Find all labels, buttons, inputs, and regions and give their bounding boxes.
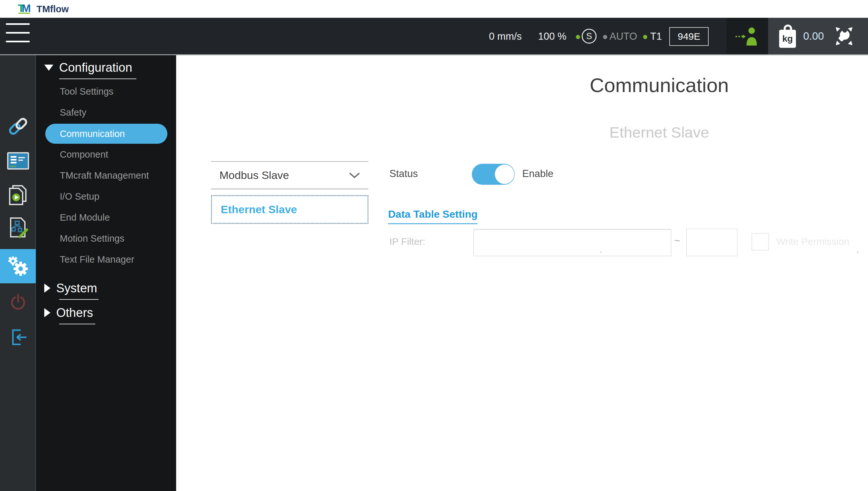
project-code-badge: 949E [669, 27, 709, 46]
menu-item-motion-settings[interactable]: Motion Settings [36, 228, 176, 249]
tmflow-logo: T M TMflow [18, 3, 69, 16]
menu-item-io-setup[interactable]: I/O Setup [36, 186, 176, 207]
menu-item-tmcraft-management[interactable]: TMcraft Management [36, 165, 176, 186]
speed-status-dot [576, 35, 580, 39]
user-login-icon [735, 26, 760, 46]
speed-mode-icon: S [582, 29, 596, 44]
ip-octet-1[interactable] [474, 229, 600, 255]
ethernet-slave-button[interactable]: Ethernet Slave [211, 195, 368, 224]
mode-status-dot [603, 35, 607, 39]
write-permission-checkbox[interactable] [751, 233, 769, 251]
page-title: Communication [546, 74, 772, 96]
ip-dot-separator: . [857, 245, 859, 255]
flowchart-edit-icon[interactable] [0, 215, 36, 240]
ip-filter-start-input[interactable]: . . . [473, 229, 671, 256]
freedrive-tool-icon[interactable] [831, 23, 857, 49]
robot-speed: 0 mm/s [489, 31, 522, 42]
hamburger-menu-icon[interactable] [6, 23, 30, 47]
status-label: Status [389, 168, 418, 180]
write-permission-label: Write Permission [776, 236, 849, 247]
data-table-setting-link[interactable]: Data Table Setting [388, 208, 478, 224]
ip-range-separator: ~ [674, 235, 680, 246]
app-title: TMflow [36, 3, 69, 16]
menu-item-text-file-manager[interactable]: Text File Manager [36, 249, 176, 270]
speed-percentage: 100 % [538, 31, 566, 42]
menu-section-system[interactable]: System [36, 280, 176, 296]
menu-item-tool-settings[interactable]: Tool Settings [36, 81, 176, 102]
payload-value: 0.00 [803, 30, 824, 42]
ip-octet-4[interactable] [859, 229, 868, 255]
menu-item-safety[interactable]: Safety [36, 102, 176, 123]
section-divider [59, 324, 95, 324]
chevron-expanded-icon [44, 65, 53, 71]
window-titlebar: T M TMflow [0, 0, 868, 18]
status-topbar: 0 mm/s 100 % S AUTO T1 949E kg 0.00 [0, 18, 868, 54]
toggle-knob [495, 165, 514, 184]
status-toggle[interactable] [472, 164, 515, 185]
section-divider [59, 79, 136, 79]
settings-menu: Configuration Tool Settings Safety Commu… [36, 55, 176, 491]
operation-mode: AUTO [610, 31, 637, 42]
ip-filter-label: IP Filter: [389, 236, 425, 247]
ip-dot-separator: . [600, 245, 602, 255]
station-status-dot [643, 35, 647, 39]
logout-icon[interactable] [0, 326, 36, 349]
payload-panel: kg 0.00 [768, 18, 868, 54]
dropdown-selected-value: Modbus Slave [219, 169, 289, 181]
ip-filter-end-input[interactable] [687, 229, 737, 256]
settings-gear-icon[interactable] [0, 249, 36, 283]
menu-section-configuration[interactable]: Configuration [36, 59, 176, 76]
user-session-button[interactable] [726, 18, 768, 54]
icon-rail [0, 55, 36, 491]
menu-item-end-module[interactable]: End Module [36, 207, 176, 228]
chevron-collapsed-icon [44, 284, 50, 293]
status-value: Enable [522, 168, 554, 180]
tmflow-app: T M TMflow 0 mm/s 100 % S AUTO T1 949E [0, 0, 868, 491]
section-divider [59, 299, 99, 300]
station-label: T1 [650, 31, 662, 42]
slave-type-dropdown[interactable]: Modbus Slave [211, 161, 368, 189]
menu-section-others[interactable]: Others [36, 304, 176, 321]
payload-kg-icon: kg [779, 25, 796, 48]
connection-link-icon[interactable] [0, 114, 36, 139]
chevron-collapsed-icon [44, 308, 50, 317]
power-icon[interactable] [0, 290, 36, 313]
menu-item-communication[interactable]: Communication [45, 124, 167, 144]
page-subtitle: Ethernet Slave [546, 123, 772, 141]
chevron-down-icon [349, 173, 360, 178]
menu-item-component[interactable]: Component [36, 144, 176, 165]
project-run-icon[interactable] [0, 183, 36, 207]
monitor-view-icon[interactable] [0, 150, 36, 173]
tm-logo-icon: T M [18, 3, 32, 15]
